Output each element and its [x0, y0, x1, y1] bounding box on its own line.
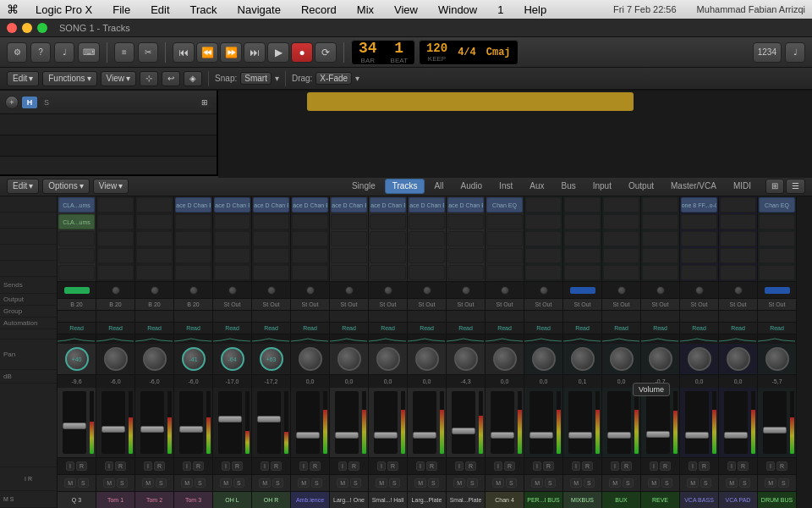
input-monitor-button-ch1[interactable]: I [66, 461, 74, 471]
mute-button-ch11[interactable]: M [453, 478, 465, 488]
channel-name-ch17[interactable]: VCA BASS [680, 491, 718, 508]
plugin-slot-2-empty-ch6[interactable] [253, 214, 289, 229]
eq-display-ch4[interactable] [174, 334, 212, 344]
pan-knob-ch18[interactable] [727, 347, 750, 371]
output-ch1[interactable]: B 20 [58, 298, 96, 310]
eq-display-ch6[interactable] [252, 334, 290, 344]
input-monitor-button-ch13[interactable]: I [533, 461, 541, 471]
fader-track-ch17[interactable] [685, 391, 709, 454]
automation-ch16[interactable]: Read [641, 322, 679, 334]
record-arm-button-ch4[interactable]: R [193, 461, 204, 471]
automation-ch6[interactable]: Read [252, 322, 290, 334]
automation-ch9[interactable]: Read [369, 322, 407, 334]
eq-display-ch2[interactable] [96, 334, 134, 344]
mixer-view-button[interactable]: View▾ [93, 179, 129, 194]
plugin-slot-1-ch1[interactable]: CLA...ums [58, 197, 95, 213]
plugin-slot-3-ch2[interactable] [97, 231, 134, 246]
send-knob-ch6[interactable] [267, 286, 276, 295]
plugin-slot-3-ch12[interactable] [486, 231, 523, 246]
fader-handle-ch14[interactable] [568, 432, 592, 439]
pan-knob-ch15[interactable] [610, 347, 634, 371]
fader-track-ch4[interactable] [179, 391, 203, 454]
menu-window[interactable]: Window [435, 3, 480, 17]
eq-display-ch3[interactable] [135, 334, 173, 344]
pan-knob-ch7[interactable] [299, 347, 322, 371]
input-monitor-button-ch4[interactable]: I [183, 461, 191, 471]
record-arm-button-ch17[interactable]: R [699, 461, 710, 471]
fader-track-ch15[interactable] [607, 391, 631, 454]
mute-button-ch8[interactable]: M [337, 478, 348, 488]
output-ch8[interactable]: St Out [330, 298, 368, 310]
automation-ch10[interactable]: Read [408, 322, 446, 334]
output-ch11[interactable]: St Out [447, 298, 485, 310]
group-ch15[interactable] [602, 310, 640, 322]
solo-button-ch2[interactable]: S [117, 478, 128, 488]
fader-handle-ch18[interactable] [724, 432, 748, 439]
solo-button-ch9[interactable]: S [389, 478, 400, 488]
automation-ch14[interactable]: Read [563, 322, 601, 334]
channel-name-ch11[interactable]: Smal...Plate [447, 491, 485, 508]
mixer-tab-bus[interactable]: Bus [553, 179, 583, 194]
input-monitor-button-ch14[interactable]: I [572, 461, 580, 471]
plugin-slot-4-ch6[interactable] [253, 248, 289, 263]
channel-name-ch3[interactable]: Tom 2 [135, 491, 173, 508]
record-arm-button-ch2[interactable]: R [115, 461, 126, 471]
eq-display-ch12[interactable] [486, 334, 524, 344]
mute-button-ch16[interactable]: M [648, 478, 660, 488]
input-monitor-button-ch5[interactable]: I [222, 461, 230, 471]
channel-name-ch14[interactable]: MIXBUS [563, 491, 601, 508]
play-button[interactable]: ▶ [267, 42, 289, 63]
group-ch19[interactable] [758, 310, 796, 322]
channel-name-ch9[interactable]: Smal...! Hall [369, 491, 407, 508]
plugin-slot-4-ch16[interactable] [642, 248, 678, 263]
mute-button-ch14[interactable]: M [570, 478, 582, 488]
plugin-slot-2-empty-ch19[interactable] [759, 214, 795, 229]
fader-track-ch8[interactable] [335, 391, 359, 454]
mute-button-ch19[interactable]: M [765, 478, 776, 488]
send-knob-ch4[interactable] [189, 286, 198, 295]
cycle-button[interactable]: ⟳ [315, 42, 337, 63]
pan-knob-ch6[interactable]: +63 [260, 347, 283, 371]
snap-select[interactable]: Smart [240, 72, 272, 85]
output-ch10[interactable]: St Out [408, 298, 446, 310]
send-knob-ch9[interactable] [384, 286, 392, 295]
fader-track-ch9[interactable] [374, 391, 398, 454]
eq-display-ch9[interactable] [369, 334, 407, 344]
channel-name-ch7[interactable]: Amb.ience [291, 491, 329, 508]
eq-display-ch5[interactable] [213, 334, 251, 344]
plugin-slot-4-ch12[interactable] [486, 248, 523, 263]
group-ch2[interactable] [96, 310, 134, 322]
menu-edit[interactable]: Edit [147, 3, 173, 17]
fader-handle-ch17[interactable] [685, 432, 709, 439]
send-knob-ch10[interactable] [423, 286, 431, 295]
pan-knob-ch19[interactable] [765, 347, 789, 371]
solo-button-ch17[interactable]: S [700, 478, 711, 488]
automation-ch1[interactable]: Read [58, 322, 96, 334]
group-ch12[interactable] [486, 310, 524, 322]
automation-ch3[interactable]: Read [135, 322, 173, 334]
group-ch7[interactable] [291, 310, 329, 322]
automation-button[interactable]: ◈ [184, 71, 202, 86]
output-ch13[interactable]: St Out [524, 298, 562, 310]
fader-handle-ch8[interactable] [335, 432, 359, 439]
record-arm-button-ch18[interactable]: R [738, 461, 749, 471]
menu-1[interactable]: 1 [494, 3, 507, 17]
output-ch9[interactable]: St Out [369, 298, 407, 310]
channel-name-ch15[interactable]: BUX [602, 491, 640, 508]
input-monitor-button-ch3[interactable]: I [144, 461, 152, 471]
plugin-slot-4-ch8[interactable] [331, 248, 367, 263]
plugin-slot-3-ch8[interactable] [331, 231, 367, 246]
record-arm-button-ch5[interactable]: R [232, 461, 243, 471]
automation-ch4[interactable]: Read [174, 322, 212, 334]
automation-ch12[interactable]: Read [486, 322, 524, 334]
mixer-tab-master-vca[interactable]: Master/VCA [663, 179, 724, 194]
pan-knob-ch10[interactable] [415, 347, 439, 371]
automation-ch17[interactable]: Read [680, 322, 718, 334]
group-ch16[interactable] [641, 310, 679, 322]
automation-ch2[interactable]: Read [96, 322, 134, 334]
plugin-slot-5-ch14[interactable] [564, 265, 601, 280]
solo-button-ch11[interactable]: S [467, 478, 478, 488]
plugin-slot-2-empty-ch18[interactable] [720, 214, 756, 229]
solo-button-ch13[interactable]: S [545, 478, 556, 488]
plugin-slot-2-empty-ch12[interactable] [486, 214, 523, 229]
